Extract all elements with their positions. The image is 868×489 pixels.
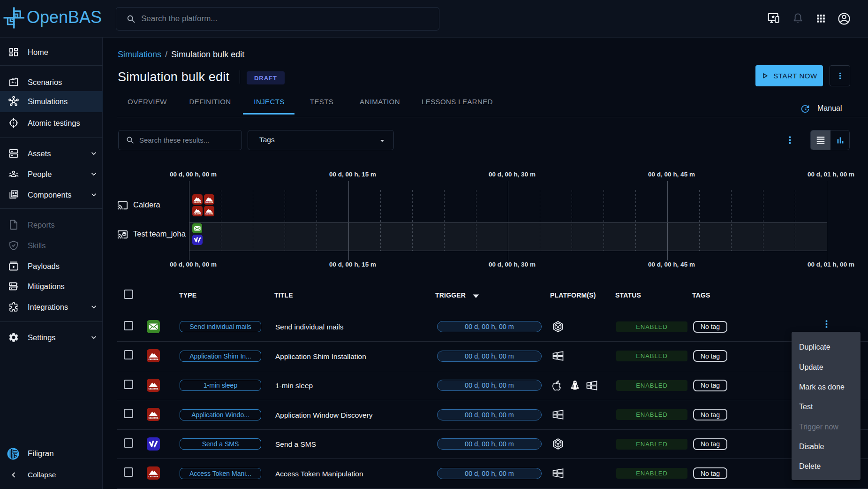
svg-text:CALDERA: CALDERA [194,213,202,215]
svg-text:CALDERA: CALDERA [205,201,213,203]
svg-text:CALDERA: CALDERA [148,475,158,478]
svg-text:CALDERA: CALDERA [148,417,158,419]
svg-text:CALDERA: CALDERA [194,201,202,203]
svg-text:CALDERA: CALDERA [148,388,158,390]
svg-text:CALDERA: CALDERA [148,358,158,360]
svg-text:CALDERA: CALDERA [205,213,213,215]
